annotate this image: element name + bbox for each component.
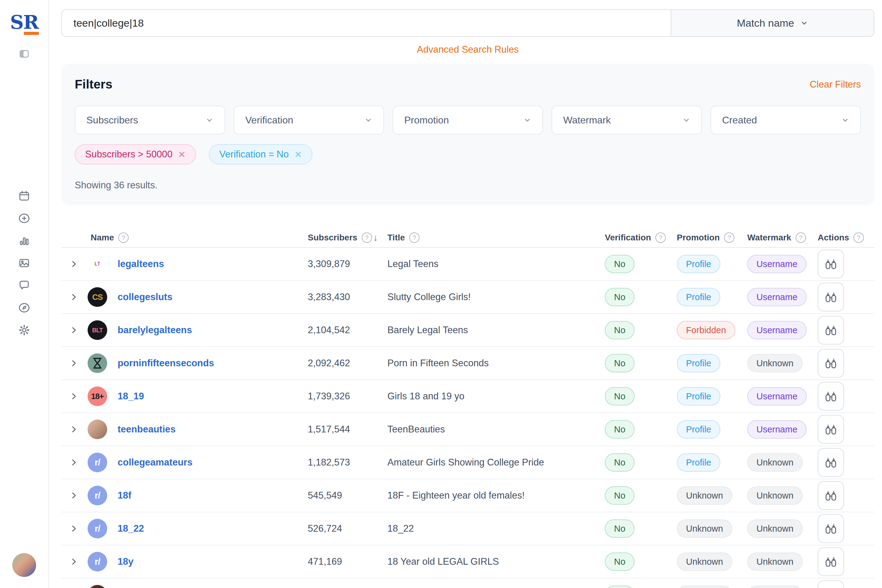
column-header-actions[interactable]: Actions?: [818, 232, 874, 243]
expand-row-icon[interactable]: [69, 358, 78, 368]
help-icon[interactable]: ?: [796, 232, 806, 243]
preview-action-button[interactable]: [818, 580, 844, 588]
help-icon[interactable]: ?: [656, 232, 666, 243]
column-header-title[interactable]: Title?: [387, 232, 605, 243]
table-row: LT legalteens 3,309,879 Legal Teens No P…: [61, 248, 874, 281]
preview-action-button[interactable]: [818, 250, 844, 278]
expand-row-icon[interactable]: [69, 260, 78, 268]
create-plus-icon[interactable]: [18, 212, 30, 225]
user-avatar[interactable]: [12, 553, 36, 577]
chat-icon[interactable]: [18, 279, 30, 291]
filter-dropdown-promotion[interactable]: Promotion: [393, 106, 543, 135]
subreddit-title: 18F - Eighteen year old females!: [387, 490, 605, 501]
search-bar: teen|college|18 Match name: [61, 9, 874, 37]
filter-dropdown-watermark[interactable]: Watermark: [552, 106, 702, 135]
status-badge: Profile: [677, 453, 720, 472]
filter-chip[interactable]: Verification = No ✕: [209, 144, 312, 165]
subscribers-count: 526,724: [308, 523, 387, 534]
subreddit-name-link[interactable]: collegeamateurs: [118, 457, 193, 468]
chip-remove-icon[interactable]: ✕: [294, 149, 302, 160]
help-icon[interactable]: ?: [362, 232, 372, 243]
settings-gear-icon[interactable]: [18, 324, 30, 336]
app-window: SR: [0, 0, 882, 588]
status-badge: Unknown: [677, 552, 732, 571]
clear-filters-link[interactable]: Clear Filters: [810, 79, 861, 90]
preview-action-button[interactable]: [818, 481, 844, 510]
chip-label: Verification = No: [219, 149, 289, 160]
sidebar: SR: [0, 0, 49, 588]
images-icon[interactable]: [18, 257, 30, 269]
subreddit-name-link[interactable]: 18y: [118, 556, 134, 567]
preview-action-button[interactable]: [818, 283, 844, 312]
expand-row-icon[interactable]: [69, 425, 78, 434]
column-header-name[interactable]: Name?: [82, 232, 308, 243]
expand-row-icon[interactable]: [69, 491, 78, 500]
preview-action-button[interactable]: [818, 382, 844, 411]
sidebar-collapse-icon[interactable]: [18, 48, 31, 61]
filter-chip[interactable]: Subscribers > 50000 ✕: [75, 144, 196, 165]
app-logo[interactable]: SR: [10, 13, 38, 32]
preview-action-button[interactable]: [818, 316, 844, 345]
expand-row-icon[interactable]: [69, 326, 78, 335]
expand-row-icon[interactable]: [69, 524, 78, 533]
subreddit-title: Legal Teens: [387, 258, 605, 270]
status-badge: Profile: [677, 255, 720, 273]
results-count: Showing 36 results.: [75, 180, 861, 191]
dropdown-label: Promotion: [404, 114, 449, 126]
logo-letter-s: S: [10, 11, 23, 33]
column-header-promotion[interactable]: Promotion?: [677, 232, 747, 243]
preview-action-button[interactable]: [818, 448, 844, 477]
subscribers-count: 1,182,573: [308, 457, 387, 468]
filter-dropdown-verification[interactable]: Verification: [234, 106, 384, 135]
filter-dropdown-subscribers[interactable]: Subscribers: [75, 106, 225, 135]
calendar-icon[interactable]: [18, 190, 30, 202]
column-header-subscribers[interactable]: Subscribers?↓: [308, 232, 387, 243]
status-badge: No: [605, 585, 634, 588]
status-badge: No: [605, 420, 634, 438]
preview-action-button[interactable]: [818, 349, 844, 378]
subreddit-name-link[interactable]: porninfifteenseconds: [118, 358, 214, 369]
discover-compass-icon[interactable]: [18, 302, 30, 314]
subreddit-avatar: r/: [88, 486, 107, 506]
column-header-watermark[interactable]: Watermark?: [747, 232, 818, 243]
filter-dropdown-created[interactable]: Created: [711, 106, 861, 135]
subscribers-count: 1,517,544: [308, 424, 387, 435]
search-input[interactable]: teen|college|18: [61, 9, 670, 37]
preview-action-button[interactable]: [818, 415, 844, 444]
expand-row-icon[interactable]: [69, 392, 78, 401]
preview-action-button[interactable]: [818, 547, 844, 576]
help-icon[interactable]: ?: [118, 232, 129, 243]
help-icon[interactable]: ?: [854, 232, 864, 243]
subreddit-avatar: r/: [88, 552, 107, 572]
subreddit-avatar: LT: [88, 254, 107, 274]
subreddit-name-link[interactable]: 18_19: [118, 391, 144, 402]
subreddit-name-link[interactable]: 18_22: [118, 523, 144, 534]
status-badge: Unknown: [747, 453, 802, 472]
subreddit-name-link[interactable]: collegesluts: [118, 291, 172, 303]
subreddit-name-link[interactable]: barelylegalteens: [118, 325, 192, 336]
chip-remove-icon[interactable]: ✕: [178, 149, 186, 160]
help-icon[interactable]: ?: [724, 232, 734, 243]
chevron-down-icon: [206, 116, 213, 124]
subscribers-count: 471,169: [308, 556, 387, 567]
sort-desc-icon[interactable]: ↓: [374, 232, 378, 243]
subreddit-name-link[interactable]: 18f: [118, 490, 131, 501]
status-badge: Unknown: [677, 486, 732, 505]
preview-binoculars-icon: [824, 256, 838, 272]
expand-row-icon[interactable]: [69, 557, 78, 566]
filters-title: Filters: [75, 77, 112, 92]
status-badge: No: [605, 552, 634, 571]
preview-action-button[interactable]: [818, 514, 844, 543]
chevron-down-icon: [800, 19, 808, 27]
column-header-verification[interactable]: Verification?: [605, 232, 677, 243]
stats-bars-icon[interactable]: [18, 235, 30, 247]
advanced-search-rules-link[interactable]: Advanced Search Rules: [61, 44, 874, 55]
subreddit-name-link[interactable]: legalteens: [118, 258, 164, 270]
expand-row-icon[interactable]: [69, 292, 78, 302]
subscribers-count: 1,739,326: [308, 391, 387, 402]
expand-row-icon[interactable]: [69, 458, 78, 467]
preview-binoculars-icon: [824, 389, 838, 404]
subreddit-name-link[interactable]: teenbeauties: [118, 424, 176, 435]
help-icon[interactable]: ?: [409, 232, 420, 243]
match-mode-dropdown[interactable]: Match name: [670, 9, 874, 37]
